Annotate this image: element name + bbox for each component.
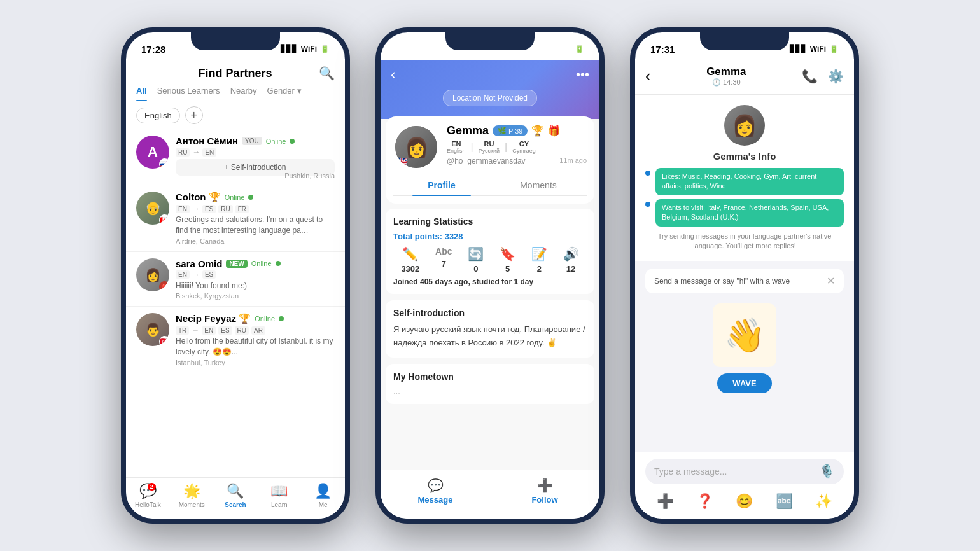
question-toolbar-icon[interactable]: ❓ <box>696 493 713 510</box>
message-button[interactable]: 💬 Message <box>381 474 490 508</box>
stat-writing: ✏️ 3302 <box>401 246 419 274</box>
more-button[interactable]: ••• <box>576 67 589 82</box>
flag-sara: 🔴 <box>159 281 169 291</box>
list-item[interactable]: 👩 🔴 sara Omid NEW Online EN → <box>126 252 345 307</box>
status-time-2: 17:30 <box>396 44 420 55</box>
hometown-text: ... <box>393 387 587 396</box>
lang-name-en: English <box>447 148 466 154</box>
stats-section: Learning Statistics Total points: 3328 ✏… <box>386 209 594 294</box>
wave-prompt: Send a message or say "hi" with a wave ✕ <box>645 269 844 293</box>
profile-lastseen: 11m ago <box>559 157 587 165</box>
chat-icons: 📞 ⚙️ <box>802 69 844 84</box>
tab-gender[interactable]: Gender ▾ <box>267 86 302 101</box>
nav-moments-label: Moments <box>179 501 205 508</box>
notch-1 <box>191 32 280 50</box>
wave-button[interactable]: WAVE <box>717 373 771 393</box>
mic-icon[interactable]: 🎙️ <box>819 464 835 479</box>
tab-all[interactable]: All <box>136 86 147 101</box>
chat-profile-preview: 👩 Gemma's Info Likes: Music, Reading, Co… <box>635 95 854 261</box>
list-item[interactable]: A 🇷🇺 Антон Сёмин YOU Online RU → <box>126 129 345 185</box>
translate-toolbar-icon[interactable]: 🔤 <box>776 493 793 510</box>
level-number: P 39 <box>508 127 522 135</box>
phone-icon[interactable]: 📞 <box>802 69 818 84</box>
stat-num-audio: 12 <box>566 264 575 274</box>
partner-location-sara: Bishkek, Kyrgyzstan <box>176 292 335 300</box>
lang-tag-english[interactable]: English <box>136 108 180 123</box>
profile-bottom-nav: 💬 Message ➕ Follow <box>381 470 599 519</box>
hometown-title: My Hometown <box>393 372 587 382</box>
profile-name-area: Gemma 🌿 P 39 🏆 🎁 EN English <box>447 124 587 165</box>
bottom-nav-1: 💬 HelloTalk 2 🌟 Moments 🔍 Search 📖 Learn <box>126 477 345 519</box>
nav-me[interactable]: 👤 Me <box>301 483 345 508</box>
stat-bookmark: 🔖 5 <box>500 246 515 274</box>
likes-bullet <box>645 171 650 176</box>
me-icon: 👤 <box>314 483 332 499</box>
phone3-content: ‹ Gemma 🕐 14:30 📞 ⚙️ <box>635 60 854 519</box>
tab-profile[interactable]: Profile <box>393 175 490 195</box>
chat-back-button[interactable]: ‹ <box>645 66 651 86</box>
self-intro-section: Self-introduction Я изучаю русский язык … <box>386 300 594 358</box>
level-badge: 🌿 P 39 <box>493 125 528 136</box>
phone-1: 17:28 ▋▋▋ WiFi 🔋 Find Partners 🔍 All Ser… <box>121 27 350 524</box>
profile-card-top: 👩 🇬🇧 Gemma 🌿 P 39 🏆 🎁 <box>393 124 587 170</box>
lang-ru: RU <box>176 148 190 157</box>
bookmark-icon: 🔖 <box>500 246 515 262</box>
tab-nearby[interactable]: Nearby <box>230 86 257 101</box>
partner-info-necip: Necip Feyyaz 🏆 Online TR → EN ES RU AR <box>176 313 335 366</box>
add-lang-button[interactable]: + <box>185 106 203 124</box>
list-item[interactable]: 👴 🇨🇦 Colton 🏆 Online EN → ES <box>126 185 345 252</box>
list-item[interactable]: 👨 🇹🇷 Necip Feyyaz 🏆 Online TR → EN <box>126 307 345 373</box>
gemma-info-title: Gemma's Info <box>713 151 776 162</box>
chat-header: ‹ Gemma 🕐 14:30 📞 ⚙️ <box>635 60 854 95</box>
wave-close-button[interactable]: ✕ <box>827 275 835 287</box>
status-time-1: 17:28 <box>141 44 165 55</box>
wave-prompt-text: Send a message or say "hi" with a wave <box>654 277 790 286</box>
wants-bullet <box>645 202 650 207</box>
emoji-toolbar-icon[interactable]: 😊 <box>736 493 753 510</box>
wave-sticker: 👋 <box>713 303 776 367</box>
partner-location-necip: Istanbul, Turkey <box>176 359 335 366</box>
signal-icon: ▋▋▋ <box>281 45 298 53</box>
follow-button[interactable]: ➕ Follow <box>490 474 599 508</box>
partner-location-anton: Pushkin, Russia <box>284 172 335 179</box>
nav-moments[interactable]: 🌟 Moments <box>170 483 214 508</box>
info-list: Likes: Music, Reading, Cooking, Gym, Art… <box>645 168 844 227</box>
wifi-icon: WiFi <box>301 45 317 53</box>
lang-code-ru: RU <box>479 140 500 148</box>
tabs-row: All Serious Learners Nearby Gender ▾ <box>126 81 345 101</box>
notch-3 <box>700 32 789 50</box>
flag-canada: 🇨🇦 <box>159 214 169 225</box>
lang-en2: EN <box>176 205 190 213</box>
settings-icon[interactable]: ⚙️ <box>828 69 844 84</box>
partner-location-colton: Airdrie, Canada <box>176 237 335 245</box>
signal-icon-3: ▋▋▋ <box>790 45 807 53</box>
nav-learn[interactable]: 📖 Learn <box>257 483 301 508</box>
tab-serious[interactable]: Serious Learners <box>157 86 220 101</box>
wifi-icon-2: WiFi <box>556 45 571 53</box>
add-toolbar-icon[interactable]: ➕ <box>657 493 674 510</box>
find-partners-title: Find Partners <box>151 67 319 80</box>
online-dot-necip <box>279 316 284 321</box>
stat-num-vocab: 7 <box>442 259 446 269</box>
profile-body: Learning Statistics Total points: 3328 ✏… <box>381 204 599 470</box>
partner-name-colton: Colton 🏆 <box>176 192 221 203</box>
message-input-placeholder[interactable]: Type a message... <box>654 466 813 477</box>
online-label-necip: Online <box>255 315 275 323</box>
back-button[interactable]: ‹ <box>391 66 396 83</box>
nav-search[interactable]: 🔍 Search <box>214 483 258 508</box>
partner-bio-sara: Hiiiiii! You found me:) <box>176 281 335 291</box>
total-points-value: 3328 <box>445 232 463 241</box>
phone2-content: ‹ ••• Location Not Provided 👩 🇬🇧 Gemma <box>381 60 599 519</box>
nav-search-label: Search <box>225 501 246 508</box>
profile-name-gemma: Gemma <box>447 124 489 137</box>
status-icons-1: ▋▋▋ WiFi 🔋 <box>281 45 330 53</box>
lang-name-ru: Русский <box>479 148 500 154</box>
lang-filter: English + <box>126 101 345 129</box>
magic-toolbar-icon[interactable]: ✨ <box>815 493 832 510</box>
nav-hellotalk[interactable]: 💬 HelloTalk 2 <box>126 483 170 508</box>
profile-avatar-gemma: 👩 🇬🇧 <box>393 124 439 170</box>
tab-moments[interactable]: Moments <box>490 175 587 195</box>
arrow: → <box>192 148 200 157</box>
search-icon[interactable]: 🔍 <box>319 66 335 81</box>
partner-info-sara: sara Omid NEW Online EN → ES Hiiiiii! Yo… <box>176 258 335 300</box>
